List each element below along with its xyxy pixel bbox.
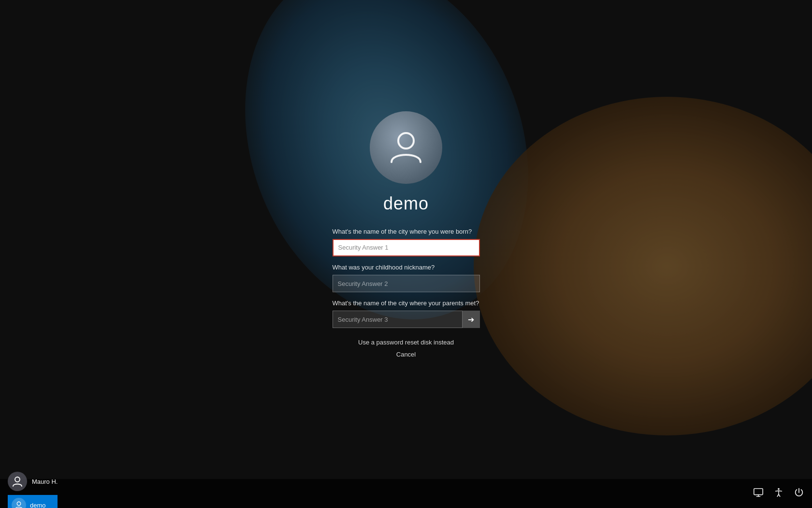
power-icon[interactable]: [794, 487, 804, 500]
svg-rect-3: [754, 489, 763, 495]
submit-button[interactable]: ➔: [463, 311, 480, 328]
svg-point-0: [398, 133, 414, 149]
arrow-right-icon: ➔: [468, 315, 474, 324]
password-reset-link[interactable]: Use a password reset disk instead: [333, 339, 480, 346]
display-icon[interactable]: [753, 487, 764, 500]
question3-label: What's the name of the city where your p…: [333, 299, 480, 308]
security-form: What's the name of the city where you we…: [333, 227, 480, 359]
answer1-row: [333, 239, 480, 256]
avatar: [370, 111, 442, 184]
person-icon: [387, 127, 425, 168]
svg-point-4: [778, 488, 780, 490]
taskbar-users: Mauro H. demo: [8, 472, 58, 508]
question2-label: What was your childhood nickname?: [333, 263, 480, 272]
accessibility-icon[interactable]: [773, 487, 784, 500]
svg-point-1: [15, 477, 20, 482]
answer3-row: ➔: [333, 311, 480, 328]
cancel-link[interactable]: Cancel: [333, 351, 480, 358]
username-label: demo: [383, 194, 429, 214]
active-user-item[interactable]: demo: [8, 495, 58, 508]
other-user-name: Mauro H.: [32, 478, 58, 485]
other-user-item[interactable]: Mauro H.: [8, 472, 58, 491]
answer2-row: [333, 275, 480, 292]
taskbar: Mauro H. demo: [0, 479, 812, 508]
active-user-avatar: [12, 498, 26, 508]
security-answer3-input[interactable]: [333, 311, 463, 328]
other-user-avatar: [8, 472, 27, 491]
svg-point-2: [17, 502, 21, 506]
login-panel: demo What's the name of the city where y…: [0, 0, 812, 508]
question1-label: What's the name of the city where you we…: [333, 227, 480, 236]
security-answer1-input[interactable]: [333, 239, 480, 256]
security-answer2-input[interactable]: [333, 275, 480, 292]
active-user-name: demo: [30, 502, 46, 508]
taskbar-system-icons: [753, 487, 804, 500]
